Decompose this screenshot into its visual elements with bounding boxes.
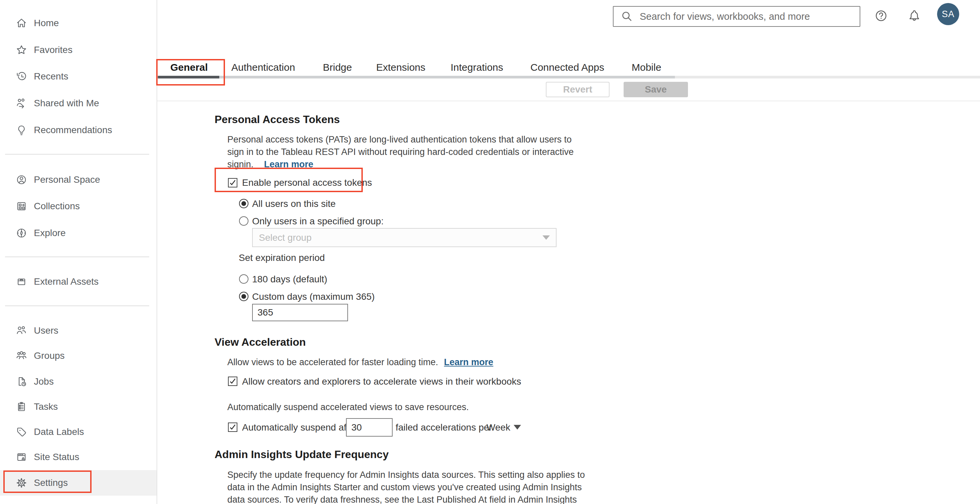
pat-desc-line3: signin. Learn more (228, 158, 574, 171)
tab-track (157, 76, 675, 78)
sidebar-item-home[interactable]: Home (0, 13, 157, 33)
sidebar-item-label: Collections (34, 201, 80, 211)
notifications-bell-icon[interactable] (907, 8, 922, 23)
custom-days-label: Custom days (maximum 365) (252, 291, 375, 302)
expiration-period-label: Set expiration period (239, 253, 325, 263)
only-group-radio[interactable] (239, 216, 248, 226)
tab-authentication[interactable]: Authentication (231, 62, 295, 73)
sidebar-item-groups[interactable]: Groups (0, 346, 157, 366)
sidebar-item-label: Shared with Me (34, 98, 99, 109)
recents-clock-icon (15, 70, 28, 83)
shared-with-me-icon (15, 97, 28, 110)
sidebar-item-label: Explore (34, 228, 66, 238)
admin-desc-line3: data sources. To verify data freshness, … (228, 494, 585, 504)
collections-icon (15, 200, 28, 213)
sidebar-item-recents[interactable]: Recents (0, 67, 157, 86)
home-icon (15, 16, 28, 30)
va-desc-text: Allow views to be accelerated for faster… (228, 357, 438, 367)
help-icon[interactable] (874, 8, 888, 23)
allow-acceleration-checkbox[interactable] (228, 377, 237, 386)
custom-days-radio[interactable] (239, 292, 248, 301)
custom-days-input[interactable] (252, 304, 348, 321)
header-divider (157, 100, 980, 101)
users-icon (15, 324, 28, 337)
va-description: Allow views to be accelerated for faster… (228, 356, 493, 369)
admin-description: Specify the update frequency for Admin I… (228, 469, 585, 504)
search-input[interactable] (613, 6, 860, 27)
sidebar-item-personal-space[interactable]: Personal Space (0, 170, 157, 190)
select-group-caret-icon (542, 235, 550, 240)
explore-compass-icon (15, 226, 28, 240)
tag-icon (15, 425, 28, 439)
avatar[interactable]: SA (937, 3, 959, 25)
period-select-caret-icon[interactable] (514, 425, 521, 429)
sidebar-item-external-assets[interactable]: External Assets (0, 272, 157, 292)
sidebar-item-collections[interactable]: Collections (0, 196, 157, 216)
admin-desc-line2: data in the Admin Insights Starter and c… (228, 481, 585, 494)
active-tab-underline (158, 76, 219, 78)
sidebar-item-site-status[interactable]: Site Status (0, 447, 157, 467)
star-icon (15, 43, 28, 57)
tab-integrations[interactable]: Integrations (450, 62, 503, 73)
auto-suspend-checkbox[interactable] (228, 423, 237, 432)
sidebar-divider (5, 256, 149, 257)
all-users-label: All users on this site (252, 199, 336, 209)
sidebar-item-label: Settings (34, 477, 68, 488)
pat-desc-line1: Personal access tokens (PATs) are long-l… (228, 134, 574, 146)
sidebar-item-data-labels[interactable]: Data Labels (0, 422, 157, 442)
pat-desc-line2: sign in to the Tableau REST API without … (228, 146, 574, 158)
allow-acceleration-label: Allow creators and explorers to accelera… (242, 376, 521, 387)
sidebar-item-label: Home (34, 18, 59, 29)
days-180-radio[interactable] (239, 274, 248, 284)
personal-space-icon (15, 173, 28, 186)
enable-pat-label: Enable personal access tokens (242, 177, 372, 188)
groups-icon (15, 349, 28, 362)
sidebar-item-label: Users (34, 325, 58, 336)
site-status-icon (15, 450, 28, 464)
sidebar-item-label: Jobs (34, 376, 54, 387)
sidebar-item-users[interactable]: Users (0, 321, 157, 341)
sidebar-divider (5, 305, 149, 306)
revert-button[interactable]: Revert (546, 82, 609, 97)
sidebar-divider (5, 154, 149, 154)
sidebar-item-explore[interactable]: Explore (0, 223, 157, 243)
period-select[interactable]: Week (487, 422, 510, 433)
save-button[interactable]: Save (624, 82, 688, 97)
sidebar-item-label: Site Status (34, 452, 79, 463)
admin-desc-line1: Specify the update frequency for Admin I… (228, 469, 585, 481)
enable-pat-checkbox[interactable] (228, 178, 237, 188)
sidebar-item-label: Personal Space (34, 174, 100, 185)
all-users-radio[interactable] (239, 199, 248, 208)
select-group-dropdown[interactable]: Select group (252, 228, 557, 247)
tab-extensions[interactable]: Extensions (376, 62, 425, 73)
jobs-icon (15, 375, 28, 388)
tab-general[interactable]: General (170, 62, 208, 73)
sidebar: Home Favorites Recents Shared with Me Re (0, 0, 157, 504)
tab-mobile[interactable]: Mobile (632, 62, 661, 73)
sidebar-item-jobs[interactable]: Jobs (0, 372, 157, 392)
auto-suspend-suffix-label: failed accelerations per (396, 422, 492, 433)
tab-connected-apps[interactable]: Connected Apps (530, 62, 604, 73)
sidebar-item-label: Tasks (34, 401, 58, 412)
sidebar-item-label: Groups (34, 350, 65, 361)
pat-section-title: Personal Access Tokens (215, 113, 340, 126)
tasks-icon (15, 400, 28, 413)
gear-icon (15, 476, 28, 490)
sidebar-item-label: Data Labels (34, 426, 84, 437)
lightbulb-icon (15, 123, 28, 137)
sidebar-item-label: Favorites (34, 45, 72, 55)
admin-section-title: Admin Insights Update Frequency (215, 448, 388, 461)
failed-accelerations-input[interactable] (346, 418, 393, 437)
sidebar-item-favorites[interactable]: Favorites (0, 40, 157, 60)
sidebar-item-tasks[interactable]: Tasks (0, 397, 157, 417)
pat-learn-more-link[interactable]: Learn more (264, 159, 313, 169)
sidebar-item-label: Recommendations (34, 125, 112, 135)
sidebar-item-recommendations[interactable]: Recommendations (0, 120, 157, 140)
va-learn-more-link[interactable]: Learn more (444, 357, 493, 367)
only-group-label: Only users in a specified group: (252, 216, 383, 227)
sidebar-item-shared-with-me[interactable]: Shared with Me (0, 93, 157, 113)
va-section-title: View Acceleration (215, 335, 306, 349)
tab-bridge[interactable]: Bridge (323, 62, 352, 73)
sidebar-item-settings[interactable]: Settings (0, 473, 157, 493)
pat-description: Personal access tokens (PATs) are long-l… (228, 134, 574, 171)
